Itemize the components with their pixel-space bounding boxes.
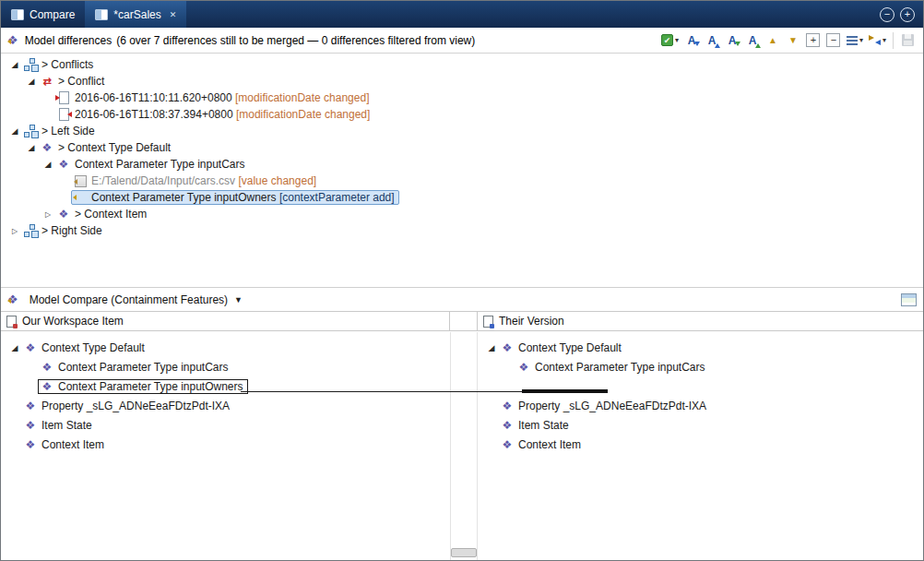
item-label: Item State [518,419,569,432]
next-difference-button[interactable]: ▼ [784,30,802,51]
diamond-icon: ❖ [500,341,515,354]
model-compare-icon: ❖ [7,293,18,306]
tree-row[interactable]: ◢❖> Context Type Default [1,139,923,156]
tree-row[interactable]: ▷> Right Side [1,222,923,239]
differences-summary: (6 over 7 differences still to be merged… [116,34,475,47]
item-content: ❖Context Parameter Type inputCars [515,360,710,375]
copy-all-changes-left-to-right-button[interactable]: A [723,30,741,51]
close-tab-icon[interactable]: ✕ [170,10,177,19]
item-content: ❖Context Parameter Type inputCars [54,157,250,172]
tree-row[interactable]: ❖Context Item [1,435,450,454]
tree-row[interactable]: ❖Item State [478,415,923,435]
expander-open-icon[interactable]: ◢ [41,160,54,169]
collapse-all-button[interactable]: − [824,30,843,51]
filter-differences-icon [869,35,881,45]
tree-row[interactable]: ◢> Conflicts [1,56,923,73]
tree-row[interactable]: ❖Context Parameter Type inputCars [1,357,450,376]
tree-row[interactable]: ❖Item State [1,415,450,435]
letter-a-icon: A [688,34,696,47]
item-label: > Right Side [41,224,102,237]
toolbar-separator [893,32,894,49]
tree-row[interactable]: ◢❖Context Type Default [1,338,450,357]
expander-open-icon[interactable]: ◢ [485,343,498,352]
our-workspace-tree: ◢❖Context Type Default❖Context Parameter… [1,338,450,454]
diamond-icon: ❖ [23,419,38,432]
group-differences-dropdown-button[interactable]: ▾ [845,30,865,51]
item-label: > Conflict [58,75,104,88]
expand-all-icon: + [806,33,820,47]
item-label: > Conflicts [41,58,93,71]
expander-open-icon[interactable]: ◢ [25,143,38,152]
copy-all-changes-right-to-left-button[interactable]: A [743,30,762,51]
tree-row[interactable]: ❖Context Item [478,435,923,454]
selected-item: Context Parameter Type inputOwners [cont… [71,190,399,205]
tree-group-icon [23,58,38,71]
save-button[interactable] [898,30,917,51]
item-label: 2016-06-16T11:10:11.620+0800 [75,91,232,104]
tree-row[interactable]: ❖Context Parameter Type inputCars [478,357,923,376]
item-label: Context Type Default [41,341,145,354]
check-dropdown-button[interactable]: ✔ ▾ [659,30,681,51]
tab-carsales[interactable]: *carSales ✕ [85,1,186,28]
tree-row[interactable]: ◢> Left Side [1,123,923,139]
expander-open-icon[interactable]: ◢ [8,60,21,69]
item-label: Context Item [41,438,104,451]
item-content: ⇄> Conflict [38,74,109,89]
model-differences-title: Model differences [25,34,113,47]
center-scrollbar-thumb[interactable] [451,548,477,557]
grid-view-button[interactable] [901,293,917,306]
maximize-view-button[interactable]: + [900,7,915,22]
item-label: Item State [41,419,92,432]
expander-open-icon[interactable]: ◢ [8,126,21,136]
tree-row[interactable]: ❖Context Parameter Type inputOwners [1,376,450,396]
compare-mode-dropdown-icon[interactable]: ▼ [234,295,243,304]
expander-open-icon[interactable]: ◢ [8,343,21,352]
tree-row[interactable]: ◢❖Context Parameter Type inputCars [1,156,923,173]
tree-row[interactable]: 2016-06-16T11:10:11.620+0800 [modificati… [1,90,923,106]
tree-row[interactable]: 2016-06-16T11:08:37.394+0800 [modificati… [1,106,923,123]
item-content: 2016-06-16T11:08:37.394+0800 [modificati… [54,107,374,122]
copy-current-change-right-to-left-button[interactable]: A [703,30,721,51]
compare-editor-window: Compare *carSales ✕ − + ❖ Model differen… [0,0,924,561]
tree-row[interactable]: ❖Property _sLG_ADNeEeaFDtzPdt-IXA [478,396,923,415]
expander-open-icon[interactable]: ◢ [25,77,38,86]
our-workspace-item-header: Our Workspace Item [1,312,450,330]
diamond-icon: ❖ [500,419,515,432]
workspace-item-icon [6,316,17,328]
expand-all-button[interactable]: + [804,30,823,51]
diamond-icon: ❖ [40,380,54,393]
model-compare-title: Model Compare (Containment Features) [30,293,228,306]
diamond-icon: ❖ [23,341,38,354]
tree-row[interactable]: ◢⇄> Conflict [1,73,923,90]
item-content: ❖Item State [498,418,574,433]
expander-closed-icon[interactable]: ▷ [41,210,54,219]
item-label: > Context Item [75,208,147,221]
their-version-tree: ◢❖Context Type Default❖Context Parameter… [478,338,923,454]
tree-row[interactable]: ◢❖Context Type Default [478,338,923,357]
tree-group-icon [23,125,38,137]
tree-group-icon [23,224,38,237]
item-label: Property _sLG_ADNeEeaFDtzPdt-IXA [41,400,230,412]
item-content: ❖Context Item [21,437,109,452]
item-label: > Left Side [41,125,95,137]
tree-row[interactable]: ▷❖> Context Item [1,206,923,222]
filter-differences-dropdown-button[interactable]: ▾ [867,30,888,51]
minimize-view-button[interactable]: − [880,7,894,22]
item-content: ❖Context Item [498,437,586,452]
check-icon: ✔ [661,34,673,46]
tree-row[interactable]: Context Parameter Type inputOwners [cont… [1,189,923,206]
expander-closed-icon[interactable]: ▷ [8,227,21,235]
previous-difference-button[interactable]: ▲ [764,30,782,51]
view-window-buttons: − + [880,1,923,28]
copy-current-change-left-to-right-button[interactable]: A [682,30,701,51]
item-label: Context Parameter Type inputOwners [58,380,243,393]
change-annotation: [contextParameter add] [277,191,395,204]
tab-compare[interactable]: Compare [1,1,85,28]
diamond-icon: ❖ [23,438,38,451]
tree-row[interactable]: E:/Talend/Data/Input/cars.csv [value cha… [1,173,923,189]
item-content: ❖> Context Item [54,207,151,221]
tree-row[interactable]: ❖Property _sLG_ADNeEeaFDtzPdt-IXA [1,396,450,415]
item-label: Context Parameter Type inputOwners [91,191,277,204]
item-content: > Conflicts [21,57,98,72]
compare-body: ◢❖Context Type Default❖Context Parameter… [1,332,923,560]
